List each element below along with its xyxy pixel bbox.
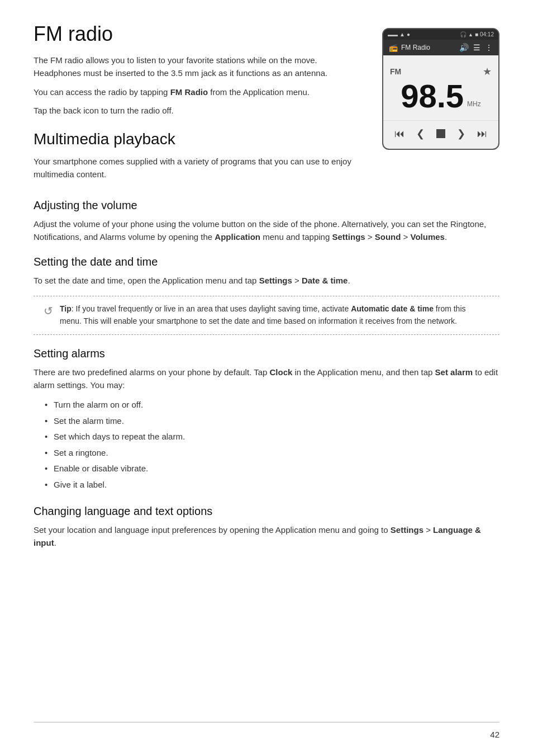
sa-para-start: There are two predefined alarms on your … [34, 367, 269, 377]
radio-app-icon: 📻 [389, 44, 398, 52]
fm-radio-para1: The FM radio allows you to listen to you… [34, 54, 365, 80]
frequency-value: 98.5 [401, 80, 464, 112]
fm-label: FM [390, 67, 401, 76]
av-gt2: > [401, 232, 410, 242]
alarm-bullet-item: Set the alarm time. [45, 413, 499, 429]
fm-radio-para2: You can access the radio by tapping FM R… [34, 86, 365, 98]
setting-date-time-para: To set the date and time, open the Appli… [34, 274, 499, 287]
app-title-area: 📻 FM Radio [389, 44, 430, 52]
tip-text-start: If you travel frequently or live in an a… [76, 304, 351, 313]
skip-forward-icon[interactable]: ⏭ [477, 128, 487, 140]
menu-icon[interactable]: ⋮ [485, 43, 493, 52]
av-para-mid: menu and tapping [260, 232, 332, 242]
fm-radio-para2-end: from the Application menu. [208, 87, 310, 97]
battery-icon: ■ [475, 31, 478, 37]
prev-icon[interactable]: ❮ [416, 127, 425, 140]
cl-gt: > [423, 525, 433, 535]
volume-icon[interactable]: 🔊 [459, 43, 469, 52]
sa-clock-bold: Clock [269, 367, 292, 377]
tip-colon: : [72, 304, 76, 313]
triangle-icon: ▲ [399, 31, 405, 37]
changing-language-para: Set your location and language input pre… [34, 523, 499, 550]
av-para-end: . [445, 232, 447, 242]
changing-language-heading: Changing language and text options [34, 505, 499, 518]
alarm-bullet-item: Enable or disable vibrate. [45, 461, 499, 477]
av-sound-bold: Sound [375, 232, 401, 242]
app-bar-icons: 🔊 ☰ ⋮ [459, 43, 493, 52]
sdt-datetime-bold: Date & time [302, 276, 348, 285]
sa-para-mid: in the Application menu, and then tap [292, 367, 435, 377]
adjusting-volume-para: Adjust the volume of your phone using th… [34, 218, 499, 244]
stop-icon[interactable] [436, 129, 445, 138]
phone-display-area: FM ★ 98.5 MHz [383, 55, 498, 120]
fm-radio-text: FM radio The FM radio allows you to list… [34, 22, 382, 187]
frequency-display: 98.5 MHz [390, 80, 492, 118]
signal-bars-icon: ▲ [468, 32, 473, 37]
skip-back-icon[interactable]: ⏮ [394, 128, 404, 140]
tip-text: Tip: If you travel frequently or live in… [60, 303, 489, 327]
alarm-bullet-item: Set which days to repeat the alarm. [45, 429, 499, 445]
sdt-settings-bold: Settings [259, 276, 292, 285]
sdt-para-end: . [348, 276, 350, 285]
list-icon[interactable]: ☰ [473, 43, 480, 52]
phone-app-bar: 📻 FM Radio 🔊 ☰ ⋮ [383, 40, 498, 55]
signal-icon: ▬▬ [388, 32, 398, 37]
headphone-icon: 🎧 [460, 31, 467, 37]
adjusting-volume-heading: Adjusting the volume [34, 199, 499, 212]
cl-para-end: . [54, 538, 56, 547]
alarm-bullets-list: Turn the alarm on or off.Set the alarm t… [45, 397, 499, 493]
setting-alarms-heading: Setting alarms [34, 347, 499, 360]
fm-radio-para2-bold: FM Radio [170, 87, 208, 97]
sdt-gt: > [292, 276, 302, 285]
tip-label: Tip [60, 304, 72, 313]
tip-icon: ↺ [44, 304, 53, 318]
phone-freq-row: FM ★ [390, 65, 492, 78]
time-display: 04:12 [480, 31, 494, 37]
multimedia-title: Multimedia playback [34, 130, 365, 148]
alarm-bullet-item: Give it a label. [45, 477, 499, 493]
dot-icon: ● [407, 31, 410, 37]
multimedia-para1: Your smartphone comes supplied with a va… [34, 155, 365, 181]
app-title: FM Radio [401, 44, 430, 51]
av-volumes-bold: Volumes [411, 232, 445, 242]
setting-alarms-para: There are two predefined alarms on your … [34, 366, 499, 392]
alarm-bullet-item: Turn the alarm on or off. [45, 397, 499, 413]
av-app-bold: Application [215, 232, 260, 242]
sdt-para-start: To set the date and time, open the Appli… [34, 276, 259, 285]
fm-radio-section: FM radio The FM radio allows you to list… [34, 22, 499, 187]
cl-settings-bold: Settings [391, 525, 423, 535]
page-number: 42 [490, 730, 499, 739]
tip-auto-datetime: Automatic date & time [351, 304, 434, 313]
status-left-icons: ▬▬ ▲ ● [388, 31, 410, 37]
av-settings-bold: Settings [332, 232, 365, 242]
phone-controls: ⏮ ❮ ❯ ⏭ [383, 120, 498, 149]
fm-radio-title: FM radio [34, 22, 365, 46]
tip-box: ↺ Tip: If you travel frequently or live … [34, 296, 499, 334]
cl-para-start: Set your location and language input pre… [34, 525, 391, 535]
sa-setalarm-bold: Set alarm [435, 367, 473, 377]
setting-date-time-heading: Setting the date and time [34, 256, 499, 268]
status-right-icons: 🎧 ▲ ■ 04:12 [460, 31, 494, 37]
av-gt1: > [365, 232, 375, 242]
page: FM radio The FM radio allows you to list… [0, 0, 533, 756]
bottom-line [34, 722, 499, 722]
star-icon: ★ [483, 65, 492, 78]
alarm-bullet-item: Set a ringtone. [45, 445, 499, 461]
next-icon[interactable]: ❯ [457, 127, 465, 140]
fm-radio-para2-start: You can access the radio by tapping [34, 87, 170, 97]
mhz-label: MHz [467, 100, 481, 112]
phone-status-bar: ▬▬ ▲ ● 🎧 ▲ ■ 04:12 [383, 29, 498, 40]
phone-mockup: ▬▬ ▲ ● 🎧 ▲ ■ 04:12 📻 FM Radio 🔊 [382, 28, 499, 150]
fm-radio-para3: Tap the back icon to turn the radio off. [34, 104, 365, 117]
